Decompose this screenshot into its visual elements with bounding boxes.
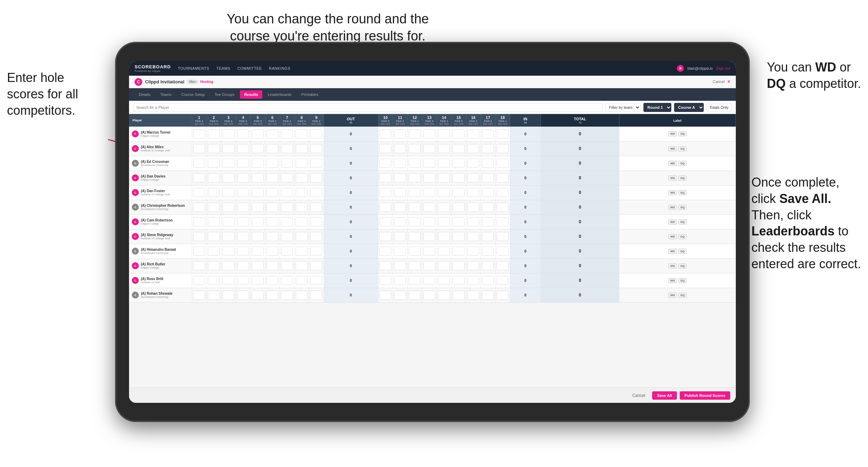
score-hole-9-player-2[interactable]	[309, 156, 324, 171]
score-input-hole-11-player-2[interactable]	[394, 159, 406, 168]
score-hole-18-player-7[interactable]	[495, 229, 510, 244]
score-hole-6-player-7[interactable]	[265, 229, 280, 244]
score-input-hole-16-player-2[interactable]	[467, 159, 479, 168]
score-input-hole-11-player-0[interactable]	[394, 129, 406, 138]
score-input-hole-2-player-9[interactable]	[208, 261, 220, 270]
score-hole-2-player-8[interactable]	[206, 244, 221, 258]
score-input-hole-17-player-0[interactable]	[482, 129, 494, 138]
score-hole-7-player-10[interactable]	[280, 273, 294, 288]
score-input-hole-13-player-2[interactable]	[423, 159, 435, 168]
score-hole-15-player-8[interactable]	[451, 244, 466, 258]
score-input-hole-12-player-1[interactable]	[409, 144, 421, 153]
score-input-hole-6-player-10[interactable]	[266, 276, 278, 285]
score-hole-1-player-2[interactable]	[192, 156, 206, 171]
score-input-hole-6-player-6[interactable]	[266, 217, 278, 226]
score-hole-8-player-0[interactable]	[294, 127, 309, 141]
score-hole-9-player-9[interactable]	[309, 258, 324, 273]
score-hole-16-player-6[interactable]	[466, 214, 481, 229]
score-input-hole-16-player-5[interactable]	[467, 203, 479, 212]
score-input-hole-12-player-2[interactable]	[409, 159, 421, 168]
score-input-hole-6-player-7[interactable]	[266, 232, 278, 241]
tab-course-setup[interactable]: Course Setup	[177, 90, 209, 99]
score-input-hole-2-player-10[interactable]	[208, 276, 220, 285]
score-input-hole-4-player-0[interactable]	[237, 129, 249, 138]
score-hole-4-player-10[interactable]	[236, 273, 250, 288]
score-input-hole-7-player-11[interactable]	[281, 291, 293, 300]
score-input-hole-15-player-1[interactable]	[453, 144, 465, 153]
score-hole-1-player-5[interactable]	[192, 200, 206, 214]
dq-btn-player-11[interactable]: DQ	[678, 293, 687, 298]
score-input-hole-18-player-7[interactable]	[497, 232, 508, 241]
score-hole-7-player-0[interactable]	[280, 127, 294, 141]
score-table-container[interactable]: Player 1 PAR 4 340 YDS 2 PAR 5 511 YDS	[129, 114, 736, 387]
score-hole-10-player-8[interactable]	[378, 244, 393, 258]
score-hole-11-player-4[interactable]	[393, 185, 407, 200]
score-hole-15-player-1[interactable]	[451, 141, 466, 156]
score-input-hole-16-player-9[interactable]	[467, 261, 479, 270]
score-input-hole-13-player-3[interactable]	[423, 173, 435, 182]
score-hole-15-player-2[interactable]	[451, 156, 466, 171]
score-input-hole-5-player-5[interactable]	[252, 203, 264, 212]
score-input-hole-6-player-5[interactable]	[266, 203, 278, 212]
score-hole-13-player-5[interactable]	[422, 200, 437, 214]
score-input-hole-9-player-8[interactable]	[310, 247, 322, 256]
score-input-hole-15-player-6[interactable]	[453, 217, 465, 226]
score-hole-7-player-8[interactable]	[280, 244, 294, 258]
score-hole-15-player-10[interactable]	[451, 273, 466, 288]
score-hole-17-player-11[interactable]	[481, 288, 495, 302]
score-input-hole-6-player-3[interactable]	[266, 173, 278, 182]
score-hole-4-player-0[interactable]	[236, 127, 250, 141]
score-input-hole-11-player-11[interactable]	[394, 291, 406, 300]
dq-btn-player-0[interactable]: DQ	[678, 131, 687, 136]
score-hole-11-player-0[interactable]	[393, 127, 407, 141]
score-hole-10-player-6[interactable]	[378, 214, 393, 229]
score-input-hole-5-player-2[interactable]	[252, 159, 264, 168]
score-hole-18-player-9[interactable]	[495, 258, 510, 273]
score-input-hole-2-player-2[interactable]	[208, 159, 220, 168]
score-input-hole-17-player-8[interactable]	[482, 247, 494, 256]
score-hole-18-player-0[interactable]	[495, 127, 510, 141]
score-hole-17-player-1[interactable]	[481, 141, 495, 156]
score-hole-16-player-5[interactable]	[466, 200, 481, 214]
wd-btn-player-4[interactable]: WD	[668, 190, 677, 195]
score-hole-3-player-5[interactable]	[221, 200, 236, 214]
score-input-hole-4-player-6[interactable]	[237, 217, 249, 226]
score-input-hole-7-player-9[interactable]	[281, 261, 293, 270]
score-hole-4-player-7[interactable]	[236, 229, 250, 244]
score-input-hole-12-player-9[interactable]	[409, 261, 421, 270]
score-hole-6-player-10[interactable]	[265, 273, 280, 288]
score-hole-8-player-8[interactable]	[294, 244, 309, 258]
score-input-hole-17-player-5[interactable]	[482, 203, 494, 212]
score-hole-5-player-8[interactable]	[250, 244, 265, 258]
score-hole-8-player-7[interactable]	[294, 229, 309, 244]
score-hole-16-player-3[interactable]	[466, 171, 481, 185]
score-input-hole-16-player-10[interactable]	[467, 276, 479, 285]
score-hole-16-player-2[interactable]	[466, 156, 481, 171]
score-input-hole-1-player-5[interactable]	[193, 203, 205, 212]
score-hole-12-player-9[interactable]	[407, 258, 422, 273]
score-hole-11-player-7[interactable]	[393, 229, 407, 244]
score-hole-16-player-0[interactable]	[466, 127, 481, 141]
score-input-hole-10-player-7[interactable]	[379, 232, 391, 241]
score-input-hole-4-player-1[interactable]	[237, 144, 249, 153]
score-hole-6-player-6[interactable]	[265, 214, 280, 229]
score-hole-10-player-11[interactable]	[378, 288, 393, 302]
score-input-hole-2-player-1[interactable]	[208, 144, 220, 153]
score-hole-3-player-10[interactable]	[221, 273, 236, 288]
score-input-hole-10-player-5[interactable]	[379, 203, 391, 212]
score-hole-14-player-9[interactable]	[437, 258, 451, 273]
score-hole-9-player-1[interactable]	[309, 141, 324, 156]
score-input-hole-12-player-7[interactable]	[409, 232, 421, 241]
score-input-hole-1-player-0[interactable]	[193, 129, 205, 138]
score-input-hole-6-player-1[interactable]	[266, 144, 278, 153]
wd-btn-player-2[interactable]: WD	[668, 161, 677, 166]
score-hole-13-player-1[interactable]	[422, 141, 437, 156]
score-input-hole-18-player-5[interactable]	[497, 203, 508, 212]
score-input-hole-11-player-6[interactable]	[394, 217, 406, 226]
score-input-hole-3-player-4[interactable]	[222, 188, 234, 197]
score-hole-2-player-4[interactable]	[206, 185, 221, 200]
score-input-hole-3-player-5[interactable]	[222, 203, 234, 212]
score-input-hole-10-player-4[interactable]	[379, 188, 391, 197]
score-hole-3-player-11[interactable]	[221, 288, 236, 302]
save-all-button[interactable]: Save All	[652, 391, 677, 400]
